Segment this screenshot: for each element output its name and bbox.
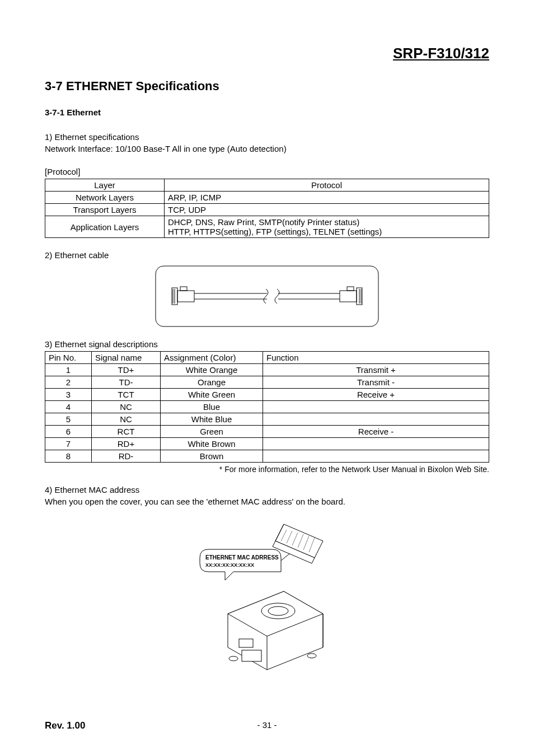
table-row: 3 TCT White Green Receive + xyxy=(45,389,489,401)
table-row: 5 NC White Blue xyxy=(45,413,489,426)
cell-name: NC xyxy=(92,413,161,426)
col-layer: Layer xyxy=(45,179,165,192)
cell-color: White Orange xyxy=(161,364,263,376)
cell-color: Green xyxy=(161,426,263,438)
mac-desc: When you open the cover, you can see the… xyxy=(45,496,489,507)
table-row: 8 RD- Brown xyxy=(45,450,489,463)
cell-func: Receive + xyxy=(263,389,489,401)
cell-name: TD- xyxy=(92,376,161,389)
printer-illustration: ETHERNET MAC ADRRESS XX:XX:XX:XX:XX:XX xyxy=(194,519,340,675)
cell-func: Transmit - xyxy=(263,376,489,389)
protocol-table: Layer Protocol Network Layers ARP, IP, I… xyxy=(45,179,489,238)
table-row: Transport Layers TCP, UDP xyxy=(45,204,489,216)
svg-rect-32 xyxy=(242,650,261,661)
cell-name: TD+ xyxy=(92,364,161,376)
mac-block: 4) Ethernet MAC address When you open th… xyxy=(45,484,489,507)
svg-rect-31 xyxy=(239,639,253,647)
cell-func xyxy=(263,401,489,413)
cell-color: White Green xyxy=(161,389,263,401)
col-assignment: Assignment (Color) xyxy=(161,352,263,364)
col-pin: Pin No. xyxy=(45,352,92,364)
cell-func xyxy=(263,450,489,463)
cell-pin: 3 xyxy=(45,389,92,401)
cell-func xyxy=(263,413,489,426)
cell-color: Brown xyxy=(161,450,263,463)
spec-line-2: Network Interface: 10/100 Base-T All in … xyxy=(45,143,489,155)
ethernet-spec-block: 1) Ethernet specifications Network Inter… xyxy=(45,131,489,155)
cell-layer: Network Layers xyxy=(45,192,165,204)
protocol-label: [Protocol] xyxy=(45,166,489,178)
col-function: Function xyxy=(263,352,489,364)
cell-name: NC xyxy=(92,401,161,413)
footer-spacer xyxy=(341,720,489,731)
cell-pin: 2 xyxy=(45,376,92,389)
svg-point-34 xyxy=(307,654,316,658)
section-title: 3-7 ETHERNET Specifications xyxy=(45,79,489,94)
cell-protocol-line1: DHCP, DNS, Raw Print, SMTP(notify Printe… xyxy=(168,217,359,227)
cell-layer: Application Layers xyxy=(45,216,165,238)
page-number: - 31 - xyxy=(193,720,341,731)
spec-line-1: 1) Ethernet specifications xyxy=(45,131,489,143)
svg-point-30 xyxy=(268,606,288,615)
cell-pin: 1 xyxy=(45,364,92,376)
cell-layer: Transport Layers xyxy=(45,204,165,216)
mac-label-line1: ETHERNET MAC ADRRESS xyxy=(205,554,279,561)
table-row: Application Layers DHCP, DNS, Raw Print,… xyxy=(45,216,489,238)
cell-color: Blue xyxy=(161,401,263,413)
signal-footnote: * For more information, refer to the Net… xyxy=(45,465,489,474)
cell-pin: 4 xyxy=(45,401,92,413)
cell-pin: 8 xyxy=(45,450,92,463)
table-row: 1 TD+ White Orange Transmit + xyxy=(45,364,489,376)
subsection-title: 3-7-1 Ethernet xyxy=(45,108,489,117)
cell-pin: 5 xyxy=(45,413,92,426)
cell-color: White Brown xyxy=(161,438,263,450)
cable-svg xyxy=(155,265,379,327)
col-protocol: Protocol xyxy=(165,179,489,192)
cell-name: RD+ xyxy=(92,438,161,450)
table-header-row: Layer Protocol xyxy=(45,179,489,192)
cell-color: White Blue xyxy=(161,413,263,426)
cell-pin: 6 xyxy=(45,426,92,438)
svg-rect-0 xyxy=(156,266,378,326)
svg-rect-2 xyxy=(177,291,194,302)
col-signal: Signal name xyxy=(92,352,161,364)
cell-protocol: TCP, UDP xyxy=(165,204,489,216)
table-row: 7 RD+ White Brown xyxy=(45,438,489,450)
cell-name: RD- xyxy=(92,450,161,463)
cell-func xyxy=(263,438,489,450)
cell-func: Transmit + xyxy=(263,364,489,376)
mac-label-line2: XX:XX:XX:XX:XX:XX xyxy=(205,562,254,568)
revision-label: Rev. 1.00 xyxy=(45,720,193,731)
mac-title: 4) Ethernet MAC address xyxy=(45,484,489,496)
cell-name: TCT xyxy=(92,389,161,401)
cell-func: Receive - xyxy=(263,426,489,438)
cell-protocol-line2: HTTP, HTTPS(setting), FTP (settings), TE… xyxy=(168,227,382,236)
printer-body xyxy=(228,591,323,670)
cell-protocol: ARP, IP, ICMP xyxy=(165,192,489,204)
signal-title: 3) Ethernet signal descriptions xyxy=(45,338,489,350)
document-header: SRP-F310/312 xyxy=(45,45,489,62)
page-footer: Rev. 1.00 - 31 - xyxy=(45,720,489,731)
table-header-row: Pin No. Signal name Assignment (Color) F… xyxy=(45,352,489,364)
cell-color: Orange xyxy=(161,376,263,389)
svg-rect-8 xyxy=(347,287,354,291)
cable-title: 2) Ethernet cable xyxy=(45,249,489,261)
signal-table: Pin No. Signal name Assignment (Color) F… xyxy=(45,351,489,463)
cell-pin: 7 xyxy=(45,438,92,450)
cell-name: RCT xyxy=(92,426,161,438)
table-row: 2 TD- Orange Transmit - xyxy=(45,376,489,389)
table-row: 6 RCT Green Receive - xyxy=(45,426,489,438)
svg-point-33 xyxy=(229,656,238,661)
table-row: 4 NC Blue xyxy=(45,401,489,413)
table-row: Network Layers ARP, IP, ICMP xyxy=(45,192,489,204)
cell-protocol: DHCP, DNS, Raw Print, SMTP(notify Printe… xyxy=(165,216,489,238)
ethernet-cable-diagram xyxy=(155,265,379,327)
svg-rect-3 xyxy=(180,287,187,291)
svg-rect-7 xyxy=(340,291,357,302)
